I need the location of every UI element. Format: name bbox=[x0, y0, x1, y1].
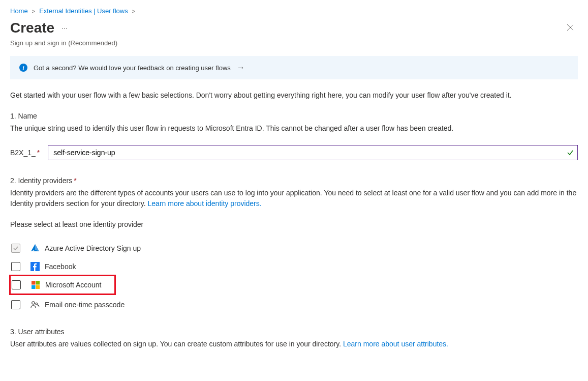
providers-instruction: Please select at least one identity prov… bbox=[10, 220, 578, 228]
section-attributes-desc: User attributes are values collected on … bbox=[10, 339, 578, 349]
provider-label-facebook: Facebook bbox=[45, 262, 76, 271]
check-icon bbox=[567, 149, 574, 156]
feedback-bar[interactable]: i Got a second? We would love your feedb… bbox=[10, 56, 578, 79]
more-menu-button[interactable]: ··· bbox=[61, 24, 68, 32]
chevron-right-icon: > bbox=[32, 8, 35, 14]
page-header: Create ··· bbox=[10, 20, 578, 36]
checkbox-microsoft-account[interactable] bbox=[12, 280, 21, 289]
provider-item-facebook: Facebook bbox=[10, 262, 578, 271]
checkbox-facebook[interactable] bbox=[11, 262, 20, 271]
user-key-icon bbox=[30, 300, 40, 309]
azure-ad-icon bbox=[30, 244, 40, 253]
microsoft-icon bbox=[31, 280, 40, 289]
breadcrumb-external-identities[interactable]: External Identities | User flows bbox=[39, 7, 128, 15]
provider-label-azure-ad: Azure Active Directory Sign up bbox=[45, 244, 141, 252]
section-name-heading: 1. Name bbox=[10, 112, 578, 120]
feedback-text: Got a second? We would love your feedbac… bbox=[34, 64, 231, 72]
learn-providers-link[interactable]: Learn more about identity providers. bbox=[148, 199, 262, 208]
info-icon: i bbox=[19, 64, 27, 72]
section-attributes-heading: 3. User attributes bbox=[10, 328, 578, 336]
svg-point-8 bbox=[36, 303, 38, 305]
checkbox-email-otp[interactable] bbox=[11, 300, 20, 309]
flow-name-input[interactable] bbox=[48, 145, 578, 160]
svg-rect-5 bbox=[32, 285, 36, 289]
section-providers-heading: 2. Identity providers* bbox=[10, 177, 578, 185]
svg-rect-3 bbox=[32, 281, 36, 285]
facebook-icon bbox=[30, 262, 40, 271]
highlight-microsoft-account: Microsoft Account bbox=[9, 275, 116, 295]
svg-rect-4 bbox=[36, 281, 40, 285]
check-icon bbox=[13, 245, 19, 251]
required-asterisk: * bbox=[37, 149, 40, 157]
page-title: Create bbox=[10, 20, 54, 36]
checkbox-azure-ad bbox=[11, 244, 20, 253]
chevron-right-icon: > bbox=[132, 8, 135, 14]
learn-attributes-link[interactable]: Learn more about user attributes. bbox=[343, 340, 448, 348]
provider-label-microsoft-account: Microsoft Account bbox=[45, 281, 102, 289]
svg-rect-6 bbox=[36, 285, 40, 289]
section-name-desc: The unique string used to identify this … bbox=[10, 123, 578, 134]
breadcrumb: Home > External Identities | User flows … bbox=[10, 7, 578, 15]
name-prefix-label: B2X_1_* bbox=[10, 149, 40, 157]
provider-item-email-otp: Email one-time passcode bbox=[10, 300, 578, 309]
breadcrumb-home[interactable]: Home bbox=[10, 7, 28, 15]
svg-point-7 bbox=[32, 301, 35, 304]
close-icon bbox=[567, 24, 574, 31]
section-providers-desc: Identity providers are the different typ… bbox=[10, 188, 578, 209]
required-asterisk: * bbox=[74, 177, 76, 185]
page-subtitle: Sign up and sign in (Recommended) bbox=[10, 39, 578, 47]
name-input-row: B2X_1_* bbox=[10, 145, 578, 160]
provider-label-email-otp: Email one-time passcode bbox=[45, 301, 125, 309]
arrow-right-icon: → bbox=[237, 63, 245, 72]
provider-item-azure-ad: Azure Active Directory Sign up bbox=[10, 244, 578, 253]
close-button[interactable] bbox=[563, 20, 578, 35]
intro-text: Get started with your user flow with a f… bbox=[10, 91, 578, 101]
provider-list: Azure Active Directory Sign up Facebook bbox=[10, 244, 578, 309]
